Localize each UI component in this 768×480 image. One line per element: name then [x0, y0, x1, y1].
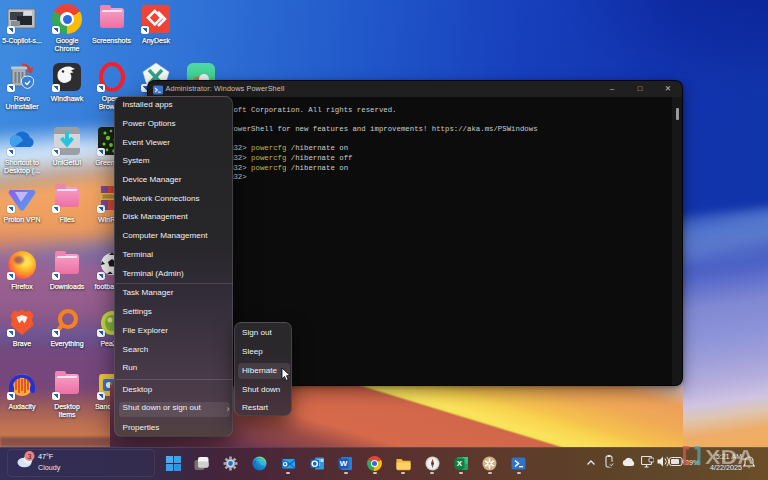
svg-text:3: 3 [28, 453, 32, 460]
svg-text:X: X [456, 459, 462, 468]
svg-text:W: W [340, 459, 348, 468]
svg-text:XDA: XDA [705, 445, 754, 468]
